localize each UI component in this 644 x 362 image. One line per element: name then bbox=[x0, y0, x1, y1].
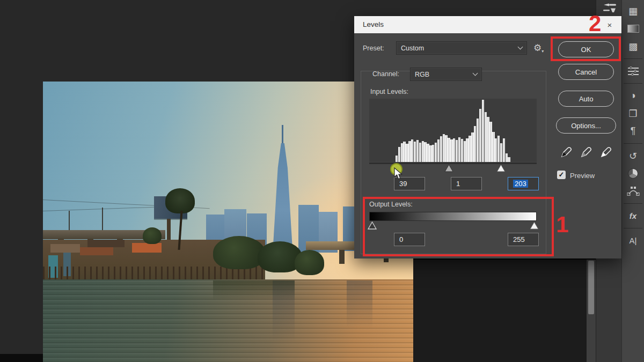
photo-lamppost bbox=[69, 211, 70, 231]
histogram-bar bbox=[422, 141, 424, 162]
histogram-bar bbox=[440, 136, 442, 162]
history-icon[interactable]: ↺ bbox=[622, 147, 644, 165]
photoshop-workspace: ▦▩◑❐¶↺fxA| Levels × Preset: Custom ⚙▾ Ch… bbox=[0, 0, 644, 362]
histogram-bar bbox=[419, 143, 421, 162]
histogram-bar bbox=[458, 137, 460, 162]
histogram-bar bbox=[485, 112, 487, 162]
photo-bridge-pillar bbox=[339, 250, 345, 264]
histogram-bar bbox=[471, 132, 473, 162]
histogram-bar bbox=[403, 142, 405, 162]
histogram-bar bbox=[495, 138, 497, 162]
histogram-bar bbox=[406, 144, 408, 162]
white-point-eyedropper-icon[interactable] bbox=[599, 145, 613, 159]
dialog-title: Levels bbox=[363, 16, 384, 33]
histogram-bar bbox=[448, 138, 450, 162]
channel-dropdown[interactable]: RGB bbox=[410, 68, 482, 81]
paragraph-icon[interactable]: ¶ bbox=[622, 122, 644, 140]
histogram-bar bbox=[435, 143, 437, 162]
photo-tower-spire bbox=[282, 125, 283, 145]
histogram-bar bbox=[401, 143, 403, 162]
annotation-box-ok bbox=[551, 36, 621, 61]
midtone-input-field[interactable]: 1 bbox=[451, 177, 482, 190]
histogram-bar bbox=[489, 122, 492, 162]
histogram-bar bbox=[396, 156, 398, 162]
adjustments-icon[interactable]: ◑ bbox=[622, 87, 644, 105]
paths-icon[interactable] bbox=[622, 182, 644, 200]
histogram-bar bbox=[469, 136, 471, 162]
gray-point-eyedropper-icon[interactable] bbox=[580, 145, 594, 159]
histogram-bar bbox=[503, 138, 505, 162]
panel-separator bbox=[624, 228, 642, 228]
histogram-bar bbox=[424, 142, 426, 162]
photo-shanty-roof bbox=[50, 244, 80, 253]
bottom-strip bbox=[0, 354, 43, 362]
annotation-box-output bbox=[363, 197, 554, 256]
document-scrollbar[interactable] bbox=[587, 258, 596, 362]
annotation-number-1: 1 bbox=[556, 213, 568, 236]
chevron-down-icon bbox=[518, 45, 523, 50]
options-button[interactable]: Options... bbox=[556, 117, 616, 134]
histogram-bar bbox=[474, 126, 476, 162]
input-levels-label: Input Levels: bbox=[370, 88, 408, 95]
photo-lamppost bbox=[102, 208, 103, 230]
annotation-number-2: 2 bbox=[589, 12, 601, 35]
patterns-icon[interactable]: ▩ bbox=[622, 38, 644, 55]
properties-icon[interactable] bbox=[622, 62, 644, 80]
panel-icon-strip: ▦▩◑❐¶↺fxA| bbox=[621, 0, 644, 362]
histogram-bar bbox=[432, 145, 434, 162]
photo-bushes bbox=[213, 236, 265, 270]
cancel-button[interactable]: Cancel bbox=[558, 64, 614, 80]
histogram-bar bbox=[450, 139, 452, 162]
highlight-selected-text: 203 bbox=[513, 180, 528, 188]
preset-options-gear-icon[interactable]: ⚙▾ bbox=[533, 42, 544, 54]
libraries-icon[interactable]: ❐ bbox=[622, 105, 644, 122]
preset-value: Custom bbox=[401, 45, 424, 52]
photo-shanty-roof bbox=[80, 247, 113, 256]
character-icon[interactable]: A| bbox=[622, 232, 644, 249]
histogram-bar bbox=[492, 132, 494, 162]
gradients-icon[interactable] bbox=[622, 20, 644, 38]
histogram-bar bbox=[497, 136, 500, 162]
empty-panel-area bbox=[413, 258, 587, 362]
scrollbar-thumb[interactable] bbox=[588, 261, 594, 314]
histogram-bar bbox=[477, 119, 479, 162]
histogram-bar bbox=[427, 144, 429, 162]
close-icon[interactable]: × bbox=[604, 20, 615, 31]
histogram-bar bbox=[500, 143, 502, 162]
preset-label: Preset: bbox=[363, 45, 384, 52]
photo-tower-reflection bbox=[347, 280, 372, 328]
histogram-bar bbox=[506, 153, 508, 162]
panel-separator bbox=[624, 203, 642, 204]
histogram-bar bbox=[414, 142, 416, 162]
photo-shanty-canopy bbox=[87, 240, 125, 247]
preview-checkbox[interactable]: ✓ bbox=[557, 171, 566, 179]
histogram-bar bbox=[445, 135, 447, 162]
histogram-bar bbox=[408, 141, 411, 162]
brushes-icon[interactable] bbox=[601, 1, 619, 15]
dialog-titlebar[interactable]: Levels × bbox=[354, 16, 621, 33]
histogram-bar bbox=[479, 109, 481, 162]
panel-separator bbox=[624, 143, 642, 144]
histogram-bar bbox=[482, 100, 484, 162]
color-icon[interactable] bbox=[622, 165, 644, 182]
highlight-input-field[interactable]: 203 bbox=[508, 177, 539, 190]
histogram-bar bbox=[461, 139, 463, 162]
black-point-eyedropper-icon[interactable] bbox=[560, 145, 574, 159]
mouse-cursor bbox=[394, 167, 404, 180]
fx-icon[interactable]: fx bbox=[622, 207, 644, 225]
histogram-bar bbox=[453, 138, 455, 162]
swatches-icon[interactable]: ▦ bbox=[622, 2, 644, 20]
histogram-bar bbox=[464, 141, 466, 162]
preset-dropdown[interactable]: Custom bbox=[396, 41, 527, 55]
panel-separator bbox=[624, 58, 642, 59]
photo-orange-tarp bbox=[132, 243, 162, 253]
midtone-slider-handle[interactable] bbox=[444, 164, 453, 172]
photo-bush-reflection bbox=[213, 280, 295, 300]
auto-button[interactable]: Auto bbox=[558, 91, 614, 107]
histogram-bar bbox=[443, 134, 445, 162]
channel-value: RGB bbox=[415, 71, 429, 78]
whitepoint-slider-handle[interactable] bbox=[496, 164, 506, 172]
histogram-bar bbox=[508, 157, 510, 162]
histogram-bar bbox=[466, 138, 468, 162]
histogram-bar bbox=[416, 140, 419, 162]
